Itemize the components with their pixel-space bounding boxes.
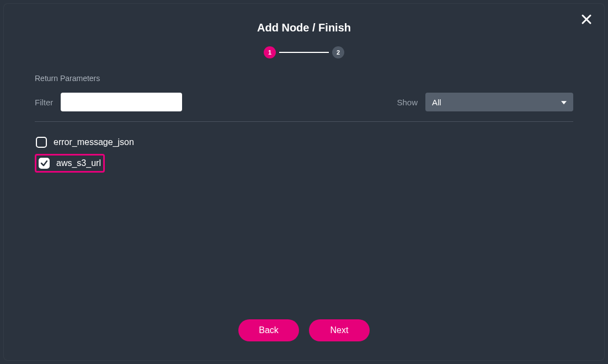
stepper: 1 2 (35, 46, 573, 58)
checkbox-aws-s3-url[interactable] (39, 158, 50, 169)
param-label: aws_s3_url (56, 158, 101, 168)
filter-label: Filter (35, 98, 53, 107)
modal-title: Add Node / Finish (35, 22, 573, 34)
param-row-error-message-json[interactable]: error_message_json (35, 134, 573, 151)
back-button[interactable]: Back (238, 319, 299, 341)
controls-row: Filter Show All (35, 93, 573, 111)
next-button[interactable]: Next (309, 319, 370, 341)
show-group: Show All (397, 93, 573, 111)
show-label: Show (397, 98, 418, 107)
params-list: error_message_json aws_s3_url (35, 134, 573, 173)
close-button[interactable] (581, 14, 592, 27)
filter-group: Filter (35, 93, 182, 111)
divider (35, 121, 573, 122)
add-node-modal: Add Node / Finish 1 2 Return Parameters … (3, 3, 605, 361)
param-label: error_message_json (54, 137, 134, 147)
show-select-wrap: All (425, 93, 573, 111)
close-icon (581, 14, 592, 25)
checkbox-error-message-json[interactable] (36, 137, 47, 148)
filter-input[interactable] (61, 93, 182, 111)
return-parameters-label: Return Parameters (35, 74, 573, 83)
step-2[interactable]: 2 (332, 46, 344, 58)
step-connector (279, 52, 329, 53)
footer: Back Next (35, 319, 573, 345)
param-row-aws-s3-url[interactable]: aws_s3_url (35, 154, 105, 173)
show-select[interactable]: All (425, 93, 573, 111)
step-1[interactable]: 1 (264, 46, 276, 58)
